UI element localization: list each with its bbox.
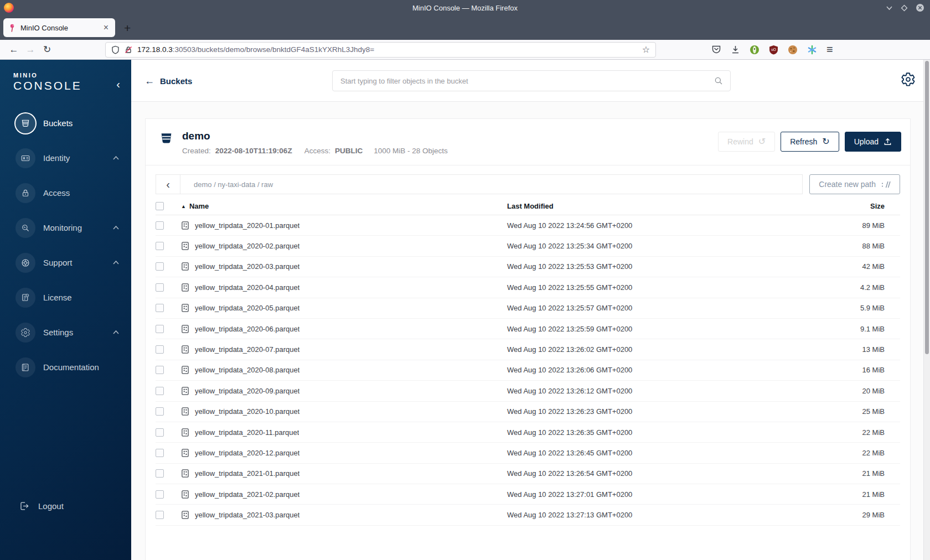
- select-all-checkbox[interactable]: [156, 202, 164, 210]
- object-row[interactable]: yellow_tripdata_2020-09.parquet Wed Aug …: [156, 381, 900, 401]
- sidebar-item-identity[interactable]: Identity: [0, 141, 131, 175]
- upload-button[interactable]: Upload: [845, 132, 901, 152]
- table-header-row: ▲ Name Last Modified Size: [156, 198, 900, 215]
- object-last-modified: Wed Aug 10 2022 13:25:55 GMT+0200: [507, 283, 817, 292]
- row-checkbox[interactable]: [156, 511, 164, 519]
- object-row[interactable]: yellow_tripdata_2020-04.parquet Wed Aug …: [156, 277, 900, 298]
- privacy-badger-icon[interactable]: [750, 45, 760, 55]
- browser-menu-icon[interactable]: ≡: [826, 43, 833, 56]
- extension-asterisk-icon[interactable]: [807, 45, 817, 55]
- object-name: yellow_tripdata_2021-02.parquet: [195, 490, 299, 499]
- row-checkbox[interactable]: [156, 325, 164, 333]
- breadcrumb[interactable]: demo / ny-taxi-data / raw: [194, 180, 273, 189]
- create-new-path-label: Create new path: [819, 180, 876, 189]
- back-to-buckets-link[interactable]: ← Buckets: [144, 75, 192, 87]
- row-checkbox[interactable]: [156, 262, 164, 271]
- object-row[interactable]: yellow_tripdata_2020-11.parquet Wed Aug …: [156, 422, 900, 443]
- bucket-settings-gear-icon[interactable]: [901, 72, 916, 87]
- cookie-extension-icon[interactable]: [788, 45, 798, 55]
- object-size: 22 MiB: [817, 428, 900, 437]
- sidebar-item-buckets[interactable]: Buckets: [0, 106, 131, 141]
- sidebar-item-documentation[interactable]: Documentation: [0, 350, 131, 385]
- ublock-origin-icon[interactable]: uO: [769, 45, 778, 55]
- row-checkbox[interactable]: [156, 387, 164, 395]
- new-tab-button[interactable]: +: [124, 22, 131, 34]
- object-size: 25 MiB: [817, 407, 900, 416]
- rewind-button[interactable]: Rewind ↺: [718, 132, 775, 152]
- row-checkbox[interactable]: [156, 490, 164, 499]
- row-checkbox[interactable]: [156, 469, 164, 478]
- browser-tabbar: MinIO Console × +: [0, 15, 930, 40]
- url-bar[interactable]: 172.18.0.3:30503/buckets/demo/browse/bnk…: [105, 42, 656, 58]
- sidebar-item-logout[interactable]: Logout: [0, 495, 131, 517]
- bucket-icon: [159, 132, 173, 146]
- window-close-icon[interactable]: [916, 3, 924, 12]
- object-row[interactable]: yellow_tripdata_2021-02.parquet Wed Aug …: [156, 484, 900, 505]
- window-maximize-icon[interactable]: [901, 4, 908, 12]
- sidebar-item-settings[interactable]: Settings: [0, 315, 131, 350]
- refresh-button[interactable]: Refresh ↻: [781, 132, 839, 152]
- object-row[interactable]: yellow_tripdata_2020-07.parquet Wed Aug …: [156, 339, 900, 360]
- object-row[interactable]: yellow_tripdata_2020-08.parquet Wed Aug …: [156, 360, 900, 381]
- bucket-usage: 1000 MiB - 28 Objects: [374, 147, 448, 155]
- row-checkbox[interactable]: [156, 407, 164, 416]
- chevron-up-icon[interactable]: [113, 226, 119, 230]
- object-name: yellow_tripdata_2020-03.parquet: [195, 262, 299, 271]
- object-filter-input[interactable]: [340, 77, 714, 85]
- object-size: 88 MiB: [817, 242, 900, 250]
- insecure-lock-icon[interactable]: [124, 45, 133, 54]
- object-row[interactable]: yellow_tripdata_2021-01.parquet Wed Aug …: [156, 464, 900, 484]
- row-checkbox[interactable]: [156, 221, 164, 230]
- parquet-file-icon: [181, 428, 189, 437]
- object-row[interactable]: yellow_tripdata_2020-10.parquet Wed Aug …: [156, 402, 900, 422]
- sidebar-item-access[interactable]: Access: [0, 175, 131, 210]
- browser-reload-icon[interactable]: ↻: [39, 44, 55, 55]
- window-minimize-icon[interactable]: [886, 4, 893, 12]
- object-name: yellow_tripdata_2020-02.parquet: [195, 242, 299, 250]
- chevron-up-icon[interactable]: [113, 330, 119, 334]
- object-row[interactable]: yellow_tripdata_2020-12.parquet Wed Aug …: [156, 443, 900, 463]
- parquet-file-icon: [181, 387, 189, 395]
- downloads-icon[interactable]: [731, 45, 740, 54]
- row-checkbox[interactable]: [156, 428, 164, 437]
- object-row[interactable]: yellow_tripdata_2020-06.parquet Wed Aug …: [156, 319, 900, 339]
- sidebar-item-label: Documentation: [43, 362, 99, 372]
- chevron-up-icon[interactable]: [113, 156, 119, 160]
- rewind-icon: ↺: [758, 137, 766, 146]
- object-row[interactable]: yellow_tripdata_2020-03.parquet Wed Aug …: [156, 257, 900, 277]
- object-name: yellow_tripdata_2021-03.parquet: [195, 511, 299, 519]
- row-checkbox[interactable]: [156, 304, 164, 312]
- pocket-icon[interactable]: [711, 45, 721, 54]
- chevron-up-icon[interactable]: [113, 261, 119, 265]
- row-checkbox[interactable]: [156, 366, 164, 374]
- path-back-icon[interactable]: ‹: [156, 175, 180, 194]
- sidebar-item-license[interactable]: License: [0, 280, 131, 315]
- object-last-modified: Wed Aug 10 2022 13:26:45 GMT+0200: [507, 449, 817, 457]
- scrollbar-thumb[interactable]: [925, 61, 929, 354]
- row-checkbox[interactable]: [156, 345, 164, 354]
- object-row[interactable]: yellow_tripdata_2020-01.parquet Wed Aug …: [156, 215, 900, 236]
- row-checkbox[interactable]: [156, 242, 164, 250]
- row-checkbox[interactable]: [156, 283, 164, 292]
- browser-forward-icon[interactable]: →: [22, 44, 39, 55]
- object-last-modified: Wed Aug 10 2022 13:26:23 GMT+0200: [507, 407, 817, 416]
- column-header-last-modified[interactable]: Last Modified: [507, 202, 817, 210]
- sidebar-item-monitoring[interactable]: Monitoring: [0, 210, 131, 245]
- created-label: Created:: [182, 147, 211, 155]
- object-row[interactable]: yellow_tripdata_2020-05.parquet Wed Aug …: [156, 298, 900, 319]
- row-checkbox[interactable]: [156, 449, 164, 457]
- column-header-size[interactable]: Size: [817, 202, 900, 210]
- browser-tab-minio-console[interactable]: MinIO Console ×: [3, 18, 115, 37]
- column-header-name[interactable]: ▲ Name: [181, 202, 507, 210]
- sidebar-item-support[interactable]: Support: [0, 245, 131, 280]
- gear-icon: [16, 323, 35, 343]
- object-row[interactable]: yellow_tripdata_2021-03.parquet Wed Aug …: [156, 505, 900, 525]
- object-row[interactable]: yellow_tripdata_2020-02.parquet Wed Aug …: [156, 236, 900, 256]
- browser-back-icon[interactable]: ←: [6, 44, 22, 55]
- bookmark-star-icon[interactable]: ☆: [642, 44, 650, 55]
- tracking-shield-icon[interactable]: [111, 45, 120, 54]
- parquet-file-icon: [181, 221, 189, 230]
- create-new-path-button[interactable]: Create new path: [809, 174, 900, 194]
- tab-close-icon[interactable]: ×: [101, 22, 111, 33]
- sidebar-collapse-icon[interactable]: ‹: [116, 79, 120, 90]
